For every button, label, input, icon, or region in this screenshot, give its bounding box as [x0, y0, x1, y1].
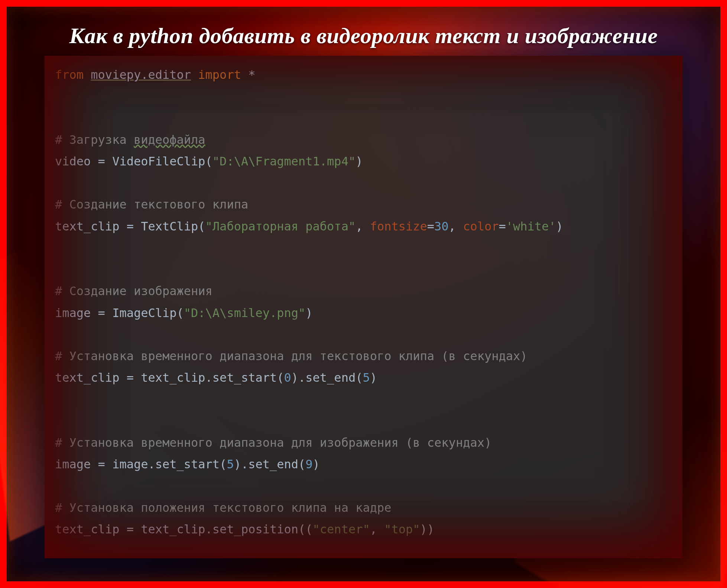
comment-position: # Установка положения текстового клипа н…: [55, 501, 391, 515]
kw-import: import: [198, 68, 241, 82]
comma: ,: [356, 219, 370, 233]
comment-image-range: # Установка временного диапазона для изо…: [55, 436, 491, 450]
comment-textclip: # Создание текстового клипа: [55, 197, 248, 211]
str-top: "top": [384, 522, 420, 536]
num-0: 0: [284, 371, 291, 385]
call-setend: ).set_end(: [291, 371, 363, 385]
comma: ,: [449, 219, 463, 233]
num-9: 9: [305, 457, 312, 471]
comment-wavy: видеофайла: [134, 133, 205, 147]
str-center: "center": [313, 522, 370, 536]
str-label: "Лабораторная работа": [205, 219, 356, 233]
eq-op: =: [499, 219, 506, 233]
paren-close: ): [356, 154, 363, 168]
var-textclip3: text_clip: [55, 522, 119, 536]
assign-op: =: [91, 306, 112, 320]
comment-text-range: # Установка временного диапазона для тек…: [55, 349, 528, 363]
kw-from: from: [55, 68, 84, 82]
str-white: 'white': [506, 219, 556, 233]
paren-close: )): [420, 522, 435, 536]
num-5: 5: [363, 371, 370, 385]
call-setstart: text_clip.set_start(: [141, 371, 284, 385]
star-import: *: [248, 68, 255, 82]
call-textclip: TextClip(: [141, 219, 205, 233]
assign-op: =: [119, 522, 141, 536]
str-videopath: "D:\A\Fragment1.mp4": [212, 154, 356, 168]
var-textclip2: text_clip: [55, 371, 119, 385]
paren-close: ): [370, 371, 377, 385]
assign-op: =: [91, 457, 112, 471]
kwarg-fontsize: fontsize: [370, 219, 427, 233]
comment-image: # Создание изображения: [55, 284, 212, 298]
kwarg-color: color: [463, 219, 499, 233]
assign-op: =: [119, 371, 141, 385]
comment-load: # Загрузка видеофайла: [55, 133, 205, 147]
comment-text: # Загрузка: [55, 133, 134, 147]
paren-close: ): [305, 306, 312, 320]
call-setend2: ).set_end(: [234, 457, 306, 471]
call-setposition: text_clip.set_position((: [141, 522, 312, 536]
var-image2: image: [55, 457, 91, 471]
paren-close: ): [313, 457, 320, 471]
assign-op: =: [119, 219, 141, 233]
code-editor[interactable]: from moviepy.editor import * # Загрузка …: [45, 56, 682, 558]
call-imageclip: ImageClip(: [112, 306, 184, 320]
var-textclip: text_clip: [55, 219, 119, 233]
num-30: 30: [434, 219, 449, 233]
call-setstart2: image.set_start(: [112, 457, 227, 471]
eq-op: =: [427, 219, 434, 233]
var-image: image: [55, 306, 91, 320]
code-block[interactable]: from moviepy.editor import * # Загрузка …: [55, 64, 672, 540]
assign-op: =: [91, 154, 112, 168]
var-video: video: [55, 154, 91, 168]
paren-close: ): [556, 219, 563, 233]
module-name: moviepy.editor: [91, 68, 191, 82]
page-title: Как в python добавить в видеоролик текст…: [0, 23, 727, 49]
call-videofileclip: VideoFileClip(: [112, 154, 212, 168]
num-5b: 5: [227, 457, 234, 471]
comma: ,: [370, 522, 384, 536]
str-imgpath: "D:\A\smiley.png": [184, 306, 306, 320]
